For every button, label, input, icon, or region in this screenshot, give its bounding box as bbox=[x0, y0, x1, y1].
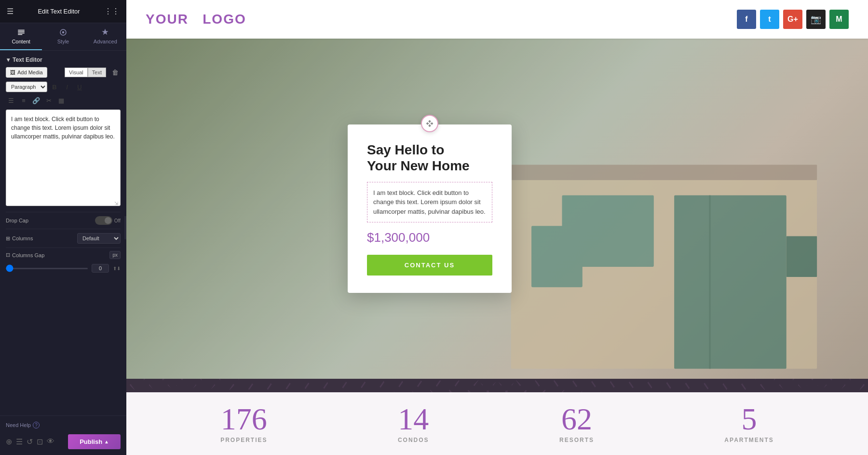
crop-icon[interactable]: ⊡ bbox=[37, 437, 43, 446]
columns-select[interactable]: Default 2 3 4 bbox=[77, 233, 121, 244]
panel-bottom: Need Help ? ⊕ ☰ ↺ ⊡ 👁 Publish ▲ bbox=[0, 415, 126, 455]
tab-style-label: Style bbox=[57, 39, 69, 44]
hero-card-text[interactable]: I am text block. Click edit button to ch… bbox=[367, 182, 492, 223]
unlink-button[interactable]: ✂ bbox=[43, 95, 54, 106]
ordered-list-button[interactable]: ≡ bbox=[18, 95, 29, 106]
slider-value[interactable]: 0 bbox=[92, 264, 109, 273]
publish-label: Publish bbox=[80, 438, 102, 445]
site-logo: YOUR LOGO bbox=[146, 12, 246, 27]
section-title: Text Editor bbox=[0, 51, 126, 67]
toggle-label: Off bbox=[114, 218, 121, 223]
panel-header: ☰ Edit Text Editor ⋮⋮ bbox=[0, 0, 126, 23]
svg-point-1 bbox=[62, 31, 65, 34]
slider-wrap: 0 ⬆⬇ bbox=[6, 264, 121, 273]
format-row: Paragraph Heading 1 Heading 2 B I U bbox=[6, 82, 121, 92]
stat-properties-label: PROPERTIES bbox=[220, 437, 267, 443]
unit-badge: px bbox=[109, 251, 121, 259]
hamburger-icon[interactable]: ☰ bbox=[7, 7, 14, 16]
stat-properties: 176 PROPERTIES bbox=[220, 404, 267, 443]
text-editor-area: 🖼 Add Media Visual Text 🗑 Paragraph Head… bbox=[0, 67, 126, 415]
settings-area: Drop Cap Off ⊞ Columns Default 2 bbox=[6, 212, 121, 280]
add-media-button[interactable]: 🖼 Add Media bbox=[6, 67, 47, 78]
unordered-list-button[interactable]: ☰ bbox=[6, 95, 16, 106]
google-plus-icon[interactable]: G+ bbox=[783, 10, 802, 29]
stats-section: 176 PROPERTIES 14 CONDOS 62 RESORTS 5 AP… bbox=[126, 392, 868, 455]
instagram-icon[interactable]: 📷 bbox=[806, 10, 826, 29]
columns-label: Columns bbox=[12, 235, 33, 241]
logo-text: YOUR bbox=[146, 12, 189, 27]
visual-view-button[interactable]: Visual bbox=[65, 68, 88, 77]
slider-row: 0 ⬆⬇ bbox=[6, 262, 121, 276]
tab-content[interactable]: Content bbox=[0, 23, 42, 50]
columns-gap-icon: ⊡ bbox=[6, 252, 10, 258]
history-icon[interactable]: ↺ bbox=[27, 437, 33, 446]
layers-icon[interactable]: ⊕ bbox=[6, 437, 12, 446]
columns-gap-row: ⊡ Columns Gap px bbox=[6, 248, 121, 262]
hero-title-line1: Say Hello to bbox=[367, 142, 444, 157]
add-media-row: 🖼 Add Media Visual Text 🗑 bbox=[6, 67, 121, 78]
columns-gap-label: Columns Gap bbox=[12, 252, 44, 258]
tab-content-label: Content bbox=[12, 39, 30, 44]
toggle-thumb bbox=[105, 217, 111, 224]
drop-cap-label: Drop Cap bbox=[6, 218, 28, 223]
toggle-track[interactable] bbox=[95, 216, 112, 225]
panel-tabs: Content Style Advanced bbox=[0, 23, 126, 51]
text-view-button[interactable]: Text bbox=[88, 68, 106, 77]
resize-handle[interactable]: ⇲ bbox=[114, 200, 120, 206]
stepper-arrows[interactable]: ⬆⬇ bbox=[113, 266, 121, 271]
bottom-actions: ⊕ ☰ ↺ ⊡ 👁 Publish ▲ bbox=[6, 434, 121, 449]
icon-row: ☰ ≡ 🔗 ✂ ▦ bbox=[6, 95, 121, 106]
stat-resorts-number: 62 bbox=[559, 404, 594, 435]
columns-row: ⊞ Columns Default 2 3 4 bbox=[6, 229, 121, 248]
logo-highlight: LOGO bbox=[203, 12, 246, 27]
tab-advanced[interactable]: Advanced bbox=[84, 23, 126, 50]
publish-button[interactable]: Publish ▲ bbox=[68, 434, 121, 449]
stat-properties-number: 176 bbox=[220, 404, 267, 435]
bold-button[interactable]: B bbox=[49, 82, 60, 92]
stat-apartments: 5 APARTMENTS bbox=[724, 404, 773, 443]
columns-select-wrap: Default 2 3 4 bbox=[77, 233, 121, 244]
drag-handle[interactable] bbox=[421, 115, 438, 132]
grid-icon[interactable]: ⋮⋮ bbox=[104, 7, 120, 16]
table-button[interactable]: ▦ bbox=[56, 95, 67, 106]
link-button[interactable]: 🔗 bbox=[31, 95, 41, 106]
left-panel: ☰ Edit Text Editor ⋮⋮ Content Style Adva… bbox=[0, 0, 126, 455]
stat-resorts: 62 RESORTS bbox=[559, 404, 594, 443]
columns-icon: ⊞ bbox=[6, 235, 10, 242]
hero-card-title: Say Hello to Your New Home bbox=[367, 142, 492, 174]
underline-button[interactable]: U bbox=[74, 82, 85, 92]
add-media-icon: 🖼 bbox=[10, 69, 15, 75]
stat-apartments-number: 5 bbox=[724, 404, 773, 435]
stack-icon[interactable]: ☰ bbox=[16, 437, 23, 446]
columns-gap-slider[interactable] bbox=[6, 268, 88, 269]
facebook-icon[interactable]: f bbox=[737, 10, 756, 29]
hero-section: Say Hello to Your New Home I am text blo… bbox=[126, 39, 868, 379]
eye-icon[interactable]: 👁 bbox=[47, 437, 54, 446]
hero-card: Say Hello to Your New Home I am text blo… bbox=[348, 124, 512, 293]
hero-title-line2: Your New Home bbox=[367, 158, 470, 173]
custom-social-icon[interactable]: M bbox=[829, 10, 849, 29]
stat-condos-number: 14 bbox=[398, 404, 429, 435]
drop-cap-row: Drop Cap Off bbox=[6, 212, 121, 229]
italic-button[interactable]: I bbox=[62, 82, 72, 92]
format-select[interactable]: Paragraph Heading 1 Heading 2 bbox=[6, 82, 47, 92]
bottom-icons: ⊕ ☰ ↺ ⊡ 👁 bbox=[6, 437, 54, 446]
site-header: YOUR LOGO f t G+ 📷 M bbox=[126, 0, 868, 39]
stat-condos: 14 CONDOS bbox=[398, 404, 429, 443]
text-content-area[interactable]: I am text block. Click edit button to ch… bbox=[6, 110, 121, 206]
text-content: I am text block. Click edit button to ch… bbox=[11, 116, 115, 140]
twitter-icon[interactable]: t bbox=[760, 10, 779, 29]
hero-price: $1,300,000 bbox=[367, 230, 492, 245]
need-help-label: Need Help bbox=[6, 422, 31, 428]
zigzag-separator bbox=[126, 379, 868, 392]
publish-chevron: ▲ bbox=[104, 439, 109, 444]
stat-apartments-label: APARTMENTS bbox=[724, 437, 773, 443]
need-help[interactable]: Need Help ? bbox=[6, 422, 121, 428]
view-toggle: Visual Text bbox=[65, 68, 106, 77]
delete-button[interactable]: 🗑 bbox=[110, 67, 121, 78]
drop-cap-toggle[interactable]: Off bbox=[95, 216, 121, 225]
stat-condos-label: CONDOS bbox=[398, 437, 429, 443]
help-icon: ? bbox=[33, 422, 40, 428]
contact-us-button[interactable]: CONTACT US bbox=[367, 255, 492, 276]
tab-style[interactable]: Style bbox=[42, 23, 84, 50]
